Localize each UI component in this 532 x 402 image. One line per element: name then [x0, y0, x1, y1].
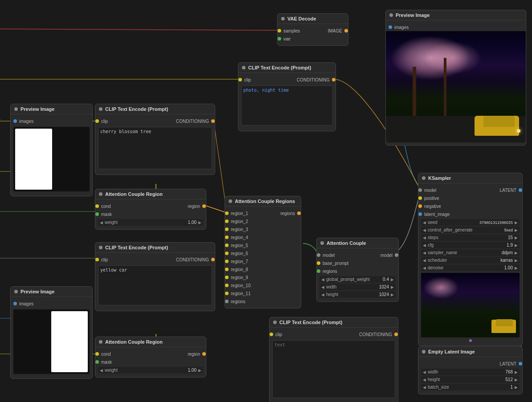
clip-text-top-input[interactable]: photo, night time: [241, 85, 333, 126]
conditioning-port-top[interactable]: [332, 78, 336, 81]
steps-right-ks[interactable]: ▶: [515, 236, 518, 240]
conditioning-port-cherry[interactable]: [211, 119, 215, 123]
batch-right-el[interactable]: ▶: [515, 385, 518, 390]
images-port-s2[interactable]: [13, 302, 17, 305]
denoise-right-ks[interactable]: ▶: [515, 266, 518, 270]
images-port-s1[interactable]: [13, 119, 17, 123]
images-port-large[interactable]: [389, 25, 392, 29]
conditioning-port-bottom[interactable]: [394, 333, 398, 336]
width-right-arrow-ac[interactable]: ▶: [391, 285, 394, 289]
latent-out-port-ks[interactable]: [519, 188, 522, 192]
steps-left-ks[interactable]: ◀: [423, 236, 426, 240]
batch-slider-el[interactable]: ◀ batch_size 1 ▶: [421, 384, 520, 390]
scheduler-right-ks[interactable]: ▶: [515, 258, 518, 263]
width-slider-ac[interactable]: ◀ width 1024 ▶: [319, 284, 396, 290]
clip-text-yellow-input[interactable]: yellow car: [98, 265, 212, 305]
regions-port-ac[interactable]: [317, 269, 320, 273]
gpw-label: global_prompt_weight: [326, 277, 372, 282]
scheduler-left-ks[interactable]: ◀: [423, 258, 426, 263]
seed-right-ks[interactable]: ▶: [515, 220, 518, 225]
denoise-slider-ks[interactable]: ◀ denoise 1.00 ▶: [421, 264, 520, 271]
clip-text-cherry-input[interactable]: cherry blossom tree: [98, 127, 212, 169]
conditioning-label-top: CONDITIONING: [297, 77, 330, 82]
global-prompt-weight-slider[interactable]: ◀ global_prompt_weight 0.4 ▶: [319, 276, 396, 283]
clip-port-yellow[interactable]: [95, 258, 99, 261]
latent-in-port-ks[interactable]: [418, 212, 422, 216]
height-left-arrow-ac[interactable]: ◀: [321, 292, 324, 297]
model-out-port-ac[interactable]: [395, 253, 398, 257]
width-slider-el[interactable]: ◀ width 768 ▶: [421, 369, 520, 375]
region4-port[interactable]: [225, 236, 229, 239]
sampler-right-ks[interactable]: ▶: [515, 251, 518, 255]
sampler-value-ks: ddpm: [497, 250, 513, 255]
width-value-ac: 1024: [373, 284, 389, 289]
region-port-r2[interactable]: [202, 352, 206, 356]
seed-left-ks[interactable]: ◀: [423, 220, 426, 225]
negative-port-ks[interactable]: [418, 204, 422, 208]
region1-port[interactable]: [225, 211, 229, 215]
gpw-right-arrow[interactable]: ▶: [391, 277, 394, 282]
clip-port-cherry[interactable]: [95, 119, 99, 123]
control-slider-ks[interactable]: ◀ control_after_generate fixed ▶: [421, 227, 520, 233]
clip-port-bottom[interactable]: [270, 333, 273, 336]
region3-port[interactable]: [225, 227, 229, 231]
sampler-left-ks[interactable]: ◀: [423, 251, 426, 255]
denoise-left-ks[interactable]: ◀: [423, 266, 426, 270]
mask-port-r2[interactable]: [95, 360, 99, 364]
weight-left-arrow-r2[interactable]: ◀: [100, 368, 103, 373]
cond-port-r1[interactable]: [95, 204, 99, 208]
region6-port[interactable]: [225, 252, 229, 255]
height-slider-ac[interactable]: ◀ height 1024 ▶: [319, 291, 396, 298]
height-right-el[interactable]: ▶: [515, 378, 518, 382]
positive-port-ks[interactable]: [418, 196, 422, 200]
region9-port[interactable]: [225, 276, 229, 279]
region8-port[interactable]: [225, 268, 229, 271]
regions-in-port[interactable]: [225, 300, 229, 303]
height-left-el[interactable]: ◀: [423, 378, 426, 382]
control-right-ks[interactable]: ▶: [515, 228, 518, 232]
cfg-left-ks[interactable]: ◀: [423, 243, 426, 248]
region11-port[interactable]: [225, 292, 229, 295]
height-slider-el[interactable]: ◀ height 512 ▶: [421, 376, 520, 383]
cond-port-r2[interactable]: [95, 352, 99, 356]
scheduler-slider-ks[interactable]: ◀ scheduler karras ▶: [421, 257, 520, 264]
region-port-r1[interactable]: [202, 204, 206, 208]
conditioning-port-yellow[interactable]: [211, 258, 215, 261]
region7-port[interactable]: [225, 260, 229, 263]
regions-out-port[interactable]: [297, 211, 301, 215]
height-right-arrow-ac[interactable]: ▶: [391, 292, 394, 297]
region2-port[interactable]: [225, 219, 229, 223]
cfg-slider-ks[interactable]: ◀ cfg 1.9 ▶: [421, 242, 520, 248]
width-right-el[interactable]: ▶: [515, 370, 518, 374]
model-port-ks[interactable]: [418, 188, 422, 192]
weight-left-arrow-r1[interactable]: ◀: [100, 220, 103, 225]
latent-out-port-el[interactable]: [519, 362, 522, 365]
control-left-ks[interactable]: ◀: [423, 228, 426, 232]
seed-slider-ks[interactable]: ◀ seed 379601311596025 ▶: [421, 219, 520, 226]
samples-port[interactable]: [278, 29, 281, 32]
region10-port[interactable]: [225, 284, 229, 287]
ksampler-header: KSampler: [418, 173, 522, 183]
sampler-slider-ks[interactable]: ◀ sampler_name ddpm ▶: [421, 249, 520, 256]
weight-right-arrow-r2[interactable]: ▶: [198, 368, 201, 373]
width-left-arrow-ac[interactable]: ◀: [321, 285, 324, 289]
vae-port[interactable]: [278, 37, 281, 41]
clip-text-bottom-input[interactable]: [272, 340, 395, 398]
weight-slider-r2[interactable]: ◀ weight 1.00 ▶: [98, 367, 203, 374]
mask-port-r1[interactable]: [95, 212, 99, 216]
clip-port-top[interactable]: [238, 78, 242, 81]
weight-right-arrow-r1[interactable]: ▶: [198, 220, 201, 225]
clip-text-top-title: CLIP Text Encode (Prompt): [248, 65, 311, 70]
image-port[interactable]: [344, 29, 348, 32]
model-in-port[interactable]: [317, 253, 320, 257]
batch-left-el[interactable]: ◀: [423, 385, 426, 390]
region1-label: region_1: [231, 211, 248, 216]
base-prompt-port[interactable]: [317, 261, 320, 265]
width-left-el[interactable]: ◀: [423, 370, 426, 374]
height-value-el: 512: [497, 377, 513, 382]
steps-slider-ks[interactable]: ◀ steps 15 ▶: [421, 234, 520, 241]
gpw-left-arrow[interactable]: ◀: [321, 277, 324, 282]
region5-port[interactable]: [225, 244, 229, 247]
cfg-right-ks[interactable]: ▶: [515, 243, 518, 248]
weight-slider-r1[interactable]: ◀ weight 1.00 ▶: [98, 219, 203, 226]
